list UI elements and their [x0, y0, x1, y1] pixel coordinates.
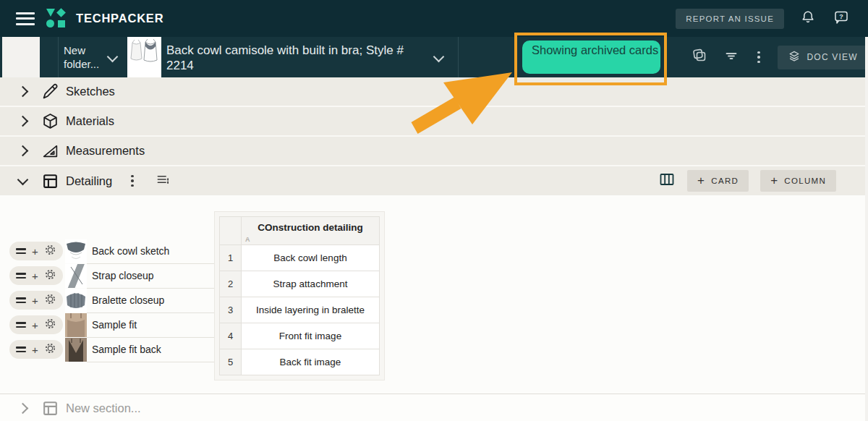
card-row[interactable]: + Back cowl sketch: [9, 239, 214, 263]
help-feedback-icon[interactable]: ?: [832, 9, 851, 29]
section-menu-icon[interactable]: [156, 172, 170, 190]
right-gutter: [865, 37, 868, 421]
card-gear-icon[interactable]: [44, 244, 56, 259]
table-cell[interactable]: Inside layering in bralette: [242, 297, 380, 323]
chevron-right-icon[interactable]: [17, 145, 28, 157]
card-row[interactable]: + Sample fit back: [9, 337, 214, 362]
add-card-button[interactable]: + CARD: [687, 170, 749, 192]
add-icon[interactable]: +: [32, 320, 38, 331]
style-title[interactable]: Back cowl camisole with built in bra; St…: [166, 43, 421, 73]
chevron-right-icon[interactable]: [17, 116, 28, 127]
card-thumbnail[interactable]: [65, 338, 87, 362]
card-gear-icon[interactable]: [44, 318, 56, 333]
chevron-down-icon[interactable]: [433, 51, 445, 63]
add-icon[interactable]: +: [32, 271, 38, 281]
add-card-label: CARD: [711, 177, 739, 185]
cube-icon: [41, 112, 60, 130]
row-number[interactable]: 5: [220, 349, 242, 375]
card-thumbnail[interactable]: [65, 264, 87, 288]
row-number[interactable]: 3: [220, 297, 242, 323]
card-name[interactable]: Bralette closeup: [87, 288, 214, 313]
card-controls: +: [9, 315, 63, 334]
row-number[interactable]: 4: [220, 323, 242, 349]
section-label: Materials: [66, 114, 114, 128]
set-square-icon: [41, 142, 60, 160]
add-column-label: COLUMN: [784, 177, 826, 185]
add-icon[interactable]: +: [32, 295, 38, 306]
add-column-button[interactable]: + COLUMN: [760, 170, 836, 192]
plus-icon: +: [697, 174, 705, 188]
section-row-sketches[interactable]: Sketches: [0, 77, 865, 107]
table-icon: [41, 399, 60, 417]
top-bar: TECHPACKER REPORT AN ISSUE ?: [0, 0, 868, 37]
doc-view-button[interactable]: DOC VIEW: [778, 46, 867, 69]
section-row-materials[interactable]: Materials: [0, 107, 865, 137]
report-issue-button[interactable]: REPORT AN ISSUE: [676, 9, 784, 29]
drag-handle-icon[interactable]: [16, 346, 26, 352]
more-options-icon[interactable]: [754, 48, 763, 67]
folder-selector[interactable]: New folder...: [64, 43, 110, 71]
row-number[interactable]: 2: [220, 271, 242, 297]
style-toolbar: New folder... Back cowl camisole with bu…: [0, 37, 868, 77]
style-thumbnail[interactable]: [127, 37, 161, 77]
card-row[interactable]: + Sample fit: [9, 312, 214, 337]
layers-icon: [787, 49, 801, 66]
doc-view-label: DOC VIEW: [807, 52, 858, 62]
chevron-right-icon[interactable]: [17, 86, 28, 98]
card-gear-icon[interactable]: [44, 268, 56, 284]
table-cell[interactable]: Back fit image: [242, 349, 380, 375]
table-cell[interactable]: Strap attachment: [242, 271, 380, 297]
sidebar-collapsed-tab[interactable]: [2, 37, 40, 77]
card-gear-icon[interactable]: [44, 342, 56, 357]
section-options-icon[interactable]: [128, 172, 137, 190]
card-thumbnail[interactable]: [65, 239, 87, 263]
card-controls: +: [9, 266, 63, 285]
card-name[interactable]: Strap closeup: [87, 263, 214, 289]
menu-icon[interactable]: [16, 12, 35, 25]
add-icon[interactable]: +: [32, 246, 38, 257]
chevron-right-icon[interactable]: [17, 402, 28, 414]
filter-icon[interactable]: [723, 47, 740, 67]
card-thumbnail[interactable]: [65, 289, 87, 312]
showing-archived-cards-button[interactable]: Showing archived cards: [522, 41, 660, 74]
copy-cards-icon[interactable]: [691, 47, 708, 67]
techpacker-app: TECHPACKER REPORT AN ISSUE ? New folder.…: [0, 0, 868, 421]
svg-text:?: ?: [839, 12, 843, 20]
card-row[interactable]: + Strap closeup: [9, 263, 214, 288]
table-cell[interactable]: Front fit image: [242, 323, 380, 349]
section-label: Measurements: [66, 144, 145, 158]
card-name[interactable]: Sample fit: [87, 312, 214, 338]
card-gear-icon[interactable]: [44, 293, 56, 308]
drag-handle-icon[interactable]: [16, 273, 26, 278]
row-number[interactable]: 1: [220, 245, 242, 271]
divider: [58, 37, 59, 77]
columns-icon[interactable]: [658, 171, 676, 191]
table-row: 2 Strap attachment: [220, 271, 380, 297]
divider: [458, 37, 459, 77]
table-row: 1 Back cowl length: [220, 245, 380, 271]
techpacker-logo-icon: [46, 9, 67, 29]
card-name[interactable]: Back cowl sketch: [87, 239, 214, 264]
card-controls: +: [9, 242, 63, 260]
table-cell[interactable]: Back cowl length: [242, 245, 380, 271]
card-name[interactable]: Sample fit back: [87, 337, 214, 362]
card-row[interactable]: + Bralette closeup: [9, 288, 214, 312]
drag-handle-icon[interactable]: [16, 248, 26, 254]
table-column-header[interactable]: COnstruction detailing A: [242, 217, 380, 245]
table-row: 3 Inside layering in bralette: [220, 297, 380, 323]
card-thumbnail[interactable]: [65, 313, 87, 337]
chevron-down-icon[interactable]: [13, 178, 32, 184]
table-corner-cell[interactable]: [220, 217, 242, 245]
drag-handle-icon[interactable]: [16, 297, 26, 303]
table-row: 5 Back fit image: [220, 349, 380, 375]
section-row-measurements[interactable]: Measurements: [0, 137, 865, 166]
bell-icon[interactable]: [799, 9, 817, 29]
new-section-placeholder[interactable]: New section...: [66, 401, 141, 415]
drag-handle-icon[interactable]: [16, 322, 26, 328]
new-section-row[interactable]: New section...: [0, 394, 868, 421]
section-label: Sketches: [66, 85, 115, 98]
card-controls: +: [9, 291, 63, 310]
card-controls: +: [9, 340, 63, 359]
table-header-row: COnstruction detailing A: [220, 217, 380, 245]
add-icon[interactable]: +: [32, 344, 38, 355]
